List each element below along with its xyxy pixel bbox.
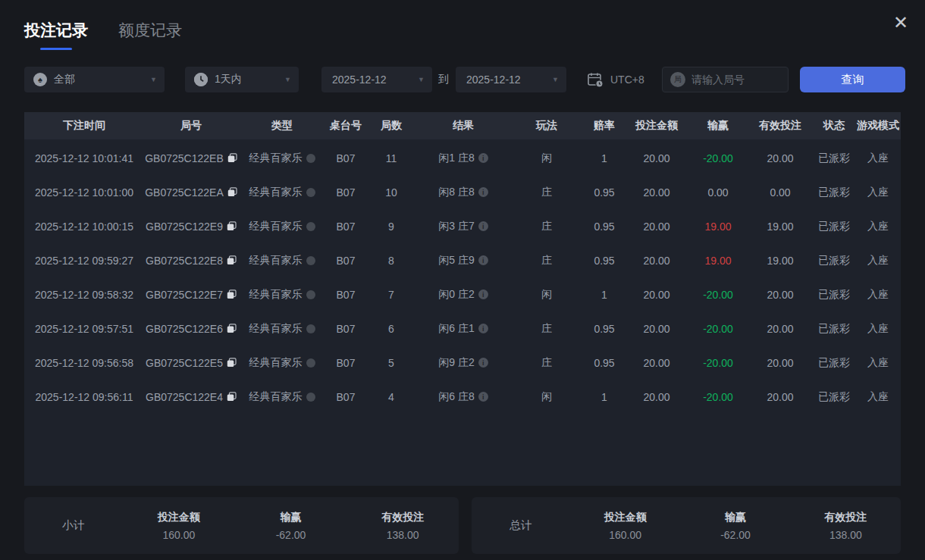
cell-status: 已派彩: [813, 390, 855, 404]
cell-bet-time: 2025-12-12 10:00:15: [24, 221, 144, 233]
subtotal-valid-title: 有效投注: [346, 511, 459, 524]
cell-round-id: GB0725C122EA: [144, 186, 238, 199]
info-icon[interactable]: i: [478, 221, 488, 231]
tab-quota-records[interactable]: 额度记录: [118, 20, 182, 50]
cell-win-lose: 19.00: [688, 255, 748, 267]
table-row: 2025-12-12 09:56:58 GB0725C122E5 经典百家乐 B…: [24, 346, 901, 380]
cell-table-no: B07: [326, 289, 365, 301]
close-icon[interactable]: ✕: [893, 14, 908, 32]
subtotal-bet-title: 投注金额: [123, 511, 235, 524]
cell-valid-bet: 20.00: [748, 152, 813, 164]
cell-win-lose: -20.00: [688, 152, 748, 164]
date-from-value: 2025-12-12: [332, 74, 387, 86]
info-icon[interactable]: i: [478, 358, 488, 368]
header-game-type: 类型: [238, 119, 326, 133]
cell-table-no: B07: [326, 186, 365, 199]
result-text: 闲9 庄2: [438, 356, 474, 370]
cell-valid-bet: 20.00: [748, 357, 813, 369]
info-icon[interactable]: i: [478, 153, 488, 163]
cell-bet-time: 2025-12-12 09:57:51: [24, 323, 144, 335]
date-from-picker[interactable]: 2025-12-12 ▼: [321, 67, 432, 92]
info-icon[interactable]: i: [478, 289, 488, 299]
game-type-text: 经典百家乐: [249, 152, 303, 165]
cell-bet-time: 2025-12-12 10:01:41: [24, 152, 144, 164]
game-type-dot-icon: [306, 222, 315, 231]
header-win-lose: 输赢: [688, 119, 748, 133]
cell-result: 闲1 庄8 i: [417, 152, 510, 165]
cell-valid-bet: 20.00: [748, 391, 813, 403]
round-search-input[interactable]: [691, 74, 775, 86]
total-win-lose: 输赢 -62.00: [680, 511, 790, 541]
copy-icon[interactable]: [227, 392, 237, 402]
round-id-text: GB0725C122EB: [145, 152, 224, 164]
query-button[interactable]: 查询: [800, 67, 905, 92]
cell-status: 已派彩: [813, 186, 855, 199]
table-row: 2025-12-12 09:57:51 GB0725C122E6 经典百家乐 B…: [24, 311, 901, 346]
copy-icon[interactable]: [227, 289, 237, 299]
round-id-text: GB0725C122EA: [145, 186, 224, 199]
info-icon[interactable]: i: [478, 392, 488, 402]
subtotal-box: 小计 投注金额 160.00 输赢 -62.00 有效投注 138.00: [24, 497, 459, 554]
game-type-dot-icon: [306, 290, 315, 299]
copy-icon[interactable]: [227, 221, 237, 231]
cell-rounds: 4: [365, 391, 417, 403]
cell-game-type: 经典百家乐: [238, 254, 326, 267]
copy-icon[interactable]: [227, 153, 237, 163]
cell-bet-amount: 20.00: [625, 391, 688, 403]
cell-win-lose: 0.00: [688, 186, 748, 199]
tab-betting-records[interactable]: 投注记录: [24, 20, 88, 50]
cell-play: 闲: [510, 390, 584, 404]
cell-play: 庄: [510, 254, 584, 267]
cell-valid-bet: 19.00: [748, 255, 813, 267]
cell-rounds: 9: [365, 221, 417, 233]
cell-status: 已派彩: [813, 356, 855, 370]
cell-round-id: GB0725C122E7: [144, 289, 238, 301]
game-type-dot-icon: [306, 256, 315, 265]
time-range-dropdown[interactable]: 1天内 ▼: [185, 67, 299, 92]
calendar-clock-icon: [586, 70, 604, 89]
cell-game-type: 经典百家乐: [238, 152, 326, 165]
subtotal-valid-value: 138.00: [346, 529, 459, 541]
cell-round-id: GB0725C122E8: [144, 255, 238, 267]
cell-odds: 1: [584, 289, 625, 301]
copy-icon[interactable]: [227, 255, 237, 265]
game-type-dropdown[interactable]: ♠ 全部 ▼: [24, 67, 165, 92]
copy-icon[interactable]: [227, 187, 237, 197]
table-body: 2025-12-12 10:01:41 GB0725C122EB 经典百家乐 B…: [24, 139, 901, 486]
cell-odds: 0.95: [584, 323, 625, 335]
cell-table-no: B07: [326, 323, 365, 335]
cell-game-mode: 入座: [855, 186, 901, 199]
round-id-text: GB0725C122E8: [146, 255, 223, 267]
info-icon[interactable]: i: [478, 324, 488, 333]
total-valid-bet: 有效投注 138.00: [791, 511, 901, 541]
info-icon[interactable]: i: [478, 187, 488, 197]
cell-table-no: B07: [326, 255, 365, 267]
game-type-text: 经典百家乐: [249, 390, 303, 404]
round-id-text: GB0725C122E9: [146, 221, 223, 233]
cell-game-type: 经典百家乐: [238, 186, 326, 199]
info-icon[interactable]: i: [478, 255, 488, 265]
cell-status: 已派彩: [813, 288, 855, 302]
cell-game-mode: 入座: [855, 356, 901, 370]
total-bet-title: 投注金额: [570, 511, 680, 524]
cell-bet-amount: 20.00: [625, 186, 688, 199]
tab-label: 投注记录: [24, 21, 88, 39]
copy-icon[interactable]: [227, 324, 237, 333]
cell-round-id: GB0725C122E5: [144, 357, 238, 369]
total-valid-value: 138.00: [791, 529, 901, 541]
cell-game-mode: 入座: [855, 152, 901, 165]
date-to-picker[interactable]: 2025-12-12 ▼: [456, 67, 566, 92]
cell-result: 闲6 庄1 i: [417, 322, 510, 336]
round-id-text: GB0725C122E4: [146, 391, 223, 403]
summary-bar: 小计 投注金额 160.00 输赢 -62.00 有效投注 138.00 总计 …: [24, 497, 901, 554]
tab-label: 额度记录: [118, 21, 182, 39]
result-text: 闲0 庄2: [438, 288, 474, 302]
round-id-text: GB0725C122E5: [146, 357, 223, 369]
total-label: 总计: [472, 518, 570, 533]
cell-bet-amount: 20.00: [625, 357, 688, 369]
copy-icon[interactable]: [227, 358, 237, 368]
cell-status: 已派彩: [813, 322, 855, 336]
cell-win-lose: -20.00: [688, 391, 748, 403]
active-tab-underline: [40, 48, 72, 50]
cell-result: 闲9 庄2 i: [417, 356, 510, 370]
